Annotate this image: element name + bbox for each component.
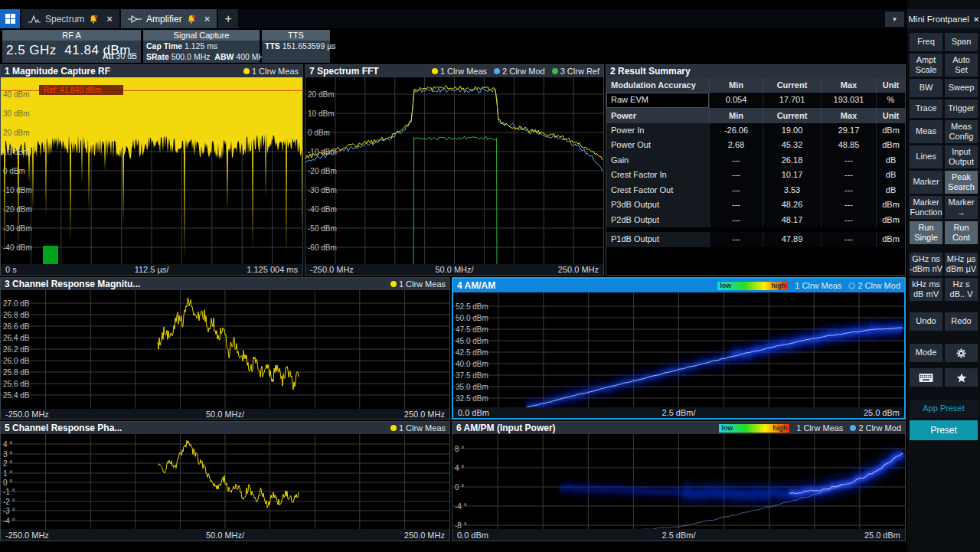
window-header[interactable]: 7 Spectrum FFT 1 Clrw Meas2 Clrw Mod3 Cl… xyxy=(305,65,603,77)
y-tick: -8 ° xyxy=(455,521,467,530)
preset-button[interactable]: Preset xyxy=(910,420,978,440)
keyboard-button[interactable] xyxy=(910,368,942,387)
input-output-button[interactable]: Input Output xyxy=(945,145,978,168)
hz-s-db-v-button[interactable]: Hz s dB.. V xyxy=(945,278,978,301)
table-cell: --- xyxy=(821,198,876,213)
table-row[interactable]: P2dB Output---48.17---dBm xyxy=(606,213,905,228)
table-cell: dBm xyxy=(876,213,905,228)
tab-overflow-button[interactable]: ▼ xyxy=(885,11,904,27)
window-title: 2 Result Summary xyxy=(610,66,691,77)
run-cont-button[interactable]: Run Cont xyxy=(945,221,978,244)
table-row[interactable]: Crest Factor Out---3.53---dB xyxy=(606,183,905,198)
y-tick: 47.5 dBm xyxy=(456,325,488,334)
signal-capture-section[interactable]: Signal Capture Cap Time 1.125 ms SRate 5… xyxy=(143,30,260,63)
peak-search-button[interactable]: Peak Search xyxy=(945,171,978,194)
y-tick: 10 dBm xyxy=(3,148,29,156)
legend-item[interactable]: 2 Clrw Mod xyxy=(848,281,900,290)
table-cell: dBm xyxy=(876,198,905,213)
meas-button[interactable]: Meas xyxy=(910,120,942,143)
table-cell: Crest Factor In xyxy=(606,168,709,183)
window-am-am: 4 AM/AM lowhigh1 Clrw Meas2 Clrw Mod 52.… xyxy=(452,277,906,420)
marker-button[interactable]: Marker xyxy=(910,171,942,194)
window-title: 6 AM/PM (Input Power) xyxy=(456,423,556,433)
legend-label: 3 Clrw Ref xyxy=(560,67,599,76)
y-tick: -30 dBm xyxy=(3,224,32,233)
new-tab-button[interactable]: + xyxy=(218,9,238,28)
span-button[interactable]: Span xyxy=(945,33,978,51)
marker-button[interactable]: Marker → xyxy=(945,196,978,219)
window-header[interactable]: 2 Result Summary xyxy=(606,65,905,77)
trace-dot-icon xyxy=(390,425,397,431)
am-pm-plot[interactable]: 8 °4 °0 °-4 °-8 ° xyxy=(452,434,905,529)
tab-spectrum[interactable]: Spectrum × xyxy=(21,9,119,28)
header-cell: Unit xyxy=(876,108,905,123)
channel-response-phase-plot[interactable]: 4 °3 °2 °1 °0 °-1 °-2 °-3 °-4 ° xyxy=(1,434,449,529)
star-button[interactable] xyxy=(945,368,978,387)
y-tick: 26.0 dB xyxy=(3,357,29,365)
meas-config-button[interactable]: Meas Config xyxy=(945,120,978,143)
table-row[interactable]: Power In-26.0619.0029.17dBm xyxy=(606,123,905,139)
ampt-scale-button[interactable]: Ampt Scale xyxy=(910,54,942,77)
lines-button[interactable]: Lines xyxy=(910,145,942,168)
tab-close-icon[interactable]: × xyxy=(204,13,211,24)
tab-amplifier[interactable]: Amplifier × xyxy=(121,9,217,28)
legend-item[interactable]: 1 Clrw Meas xyxy=(796,423,843,433)
undo-button[interactable]: Undo xyxy=(910,312,942,331)
y-tick: -2 ° xyxy=(3,498,15,506)
legend-item[interactable]: 2 Clrw Mod xyxy=(494,67,545,76)
legend-item[interactable]: 1 Clrw Meas xyxy=(243,67,299,76)
gear-button[interactable] xyxy=(945,344,978,362)
am-am-plot[interactable]: 52.5 dBm50.0 dBm47.5 dBm45.0 dBm42.5 dBm… xyxy=(453,292,904,407)
redo-button[interactable]: Redo xyxy=(945,312,978,331)
legend-item[interactable]: 1 Clrw Meas xyxy=(432,67,487,76)
window-header[interactable]: 4 AM/AM lowhigh1 Clrw Meas2 Clrw Mod xyxy=(453,279,904,292)
ghz-ns-dbm-nv-button[interactable]: GHz ns -dBm nV xyxy=(910,253,942,276)
auto-set-button[interactable]: Auto Set xyxy=(945,54,978,77)
table-row[interactable]: Raw EVM0.05417.701193.031% xyxy=(606,93,905,108)
table-row[interactable]: P3dB Output---48.26---dBm xyxy=(606,198,905,213)
x-axis: -250.0 MHz 50.0 MHz/ 250.0 MHz xyxy=(305,264,603,275)
spectrum-fft-plot[interactable]: 20 dBm10 dBm0 dBm-10 dBm-20 dBm-30 dBm-4… xyxy=(305,77,603,264)
mode-button[interactable]: Mode xyxy=(910,344,942,362)
smartgrid-button[interactable] xyxy=(0,9,20,28)
freq-button[interactable]: Freq xyxy=(910,33,942,51)
sweep-button[interactable]: Sweep xyxy=(945,79,978,97)
legend-item[interactable]: 2 Clrw Mod xyxy=(850,423,901,433)
table-row[interactable]: Gain---26.18---dB xyxy=(606,153,905,168)
table-row[interactable]: P1dB Output---47.89---dBm xyxy=(606,232,905,247)
bw-button[interactable]: BW xyxy=(910,79,942,97)
y-tick: -10 dBm xyxy=(3,186,32,194)
trace-legend: 1 Clrw Meas xyxy=(390,423,446,433)
tts-section[interactable]: TTS TTS 151.653599 µs xyxy=(262,30,330,63)
table-cell: 48.85 xyxy=(821,138,876,153)
tab-close-icon[interactable]: × xyxy=(106,13,113,24)
legend-item[interactable]: 1 Clrw Meas xyxy=(390,423,446,433)
magnitude-capture-plot[interactable]: Ref: 41.840 dBm40 dBm30 dBm20 dBm10 dBm0… xyxy=(1,77,302,264)
legend-item[interactable]: 1 Clrw Meas xyxy=(390,279,446,289)
window-header[interactable]: 1 Magnitude Capture RF 1 Clrw Meas xyxy=(1,65,302,77)
app-preset-button[interactable]: App Preset xyxy=(910,400,978,418)
window-header[interactable]: 5 Channel Response Pha... 1 Clrw Meas xyxy=(1,422,449,434)
legend-item[interactable]: 1 Clrw Meas xyxy=(795,281,841,290)
khz-ms-db-mv-button[interactable]: kHz ms dB mV xyxy=(910,278,942,301)
legend-item[interactable]: 3 Clrw Ref xyxy=(552,67,599,76)
table-cell: --- xyxy=(709,198,763,213)
table-row[interactable]: Crest Factor In---10.17---dB xyxy=(606,168,905,183)
mhz-s-dbm-v-button[interactable]: MHz µs dBm µV xyxy=(945,253,978,276)
trigger-button[interactable]: Trigger xyxy=(945,100,978,118)
panel-close-icon[interactable]: × xyxy=(974,15,979,24)
run-single-button[interactable]: Run Single xyxy=(910,221,942,244)
marker-function-button[interactable]: Marker Function xyxy=(910,196,942,219)
table-cell: dB xyxy=(876,183,905,198)
window-header[interactable]: 6 AM/PM (Input Power) lowhigh1 Clrw Meas… xyxy=(452,422,905,434)
rf-attenuation: Att 30 dB xyxy=(103,51,137,60)
rf-info-section[interactable]: RF A 2.5 GHz 41.84 dBm Att 30 dB xyxy=(2,30,141,63)
trace-button[interactable]: Trace xyxy=(910,100,942,118)
channel-response-magnitude-plot[interactable]: 27.0 dB26.8 dB26.6 dB26.4 dB26.2 dB26.0 … xyxy=(1,290,449,409)
window-title: 7 Spectrum FFT xyxy=(309,66,379,77)
y-tick: -40 dBm xyxy=(3,243,32,252)
table-row[interactable]: Power Out2.6845.3248.85dBm xyxy=(606,138,905,153)
y-tick: 0 dBm xyxy=(3,167,25,175)
y-tick: 20 dBm xyxy=(3,129,29,137)
window-header[interactable]: 3 Channel Response Magnitu... 1 Clrw Mea… xyxy=(1,278,449,290)
